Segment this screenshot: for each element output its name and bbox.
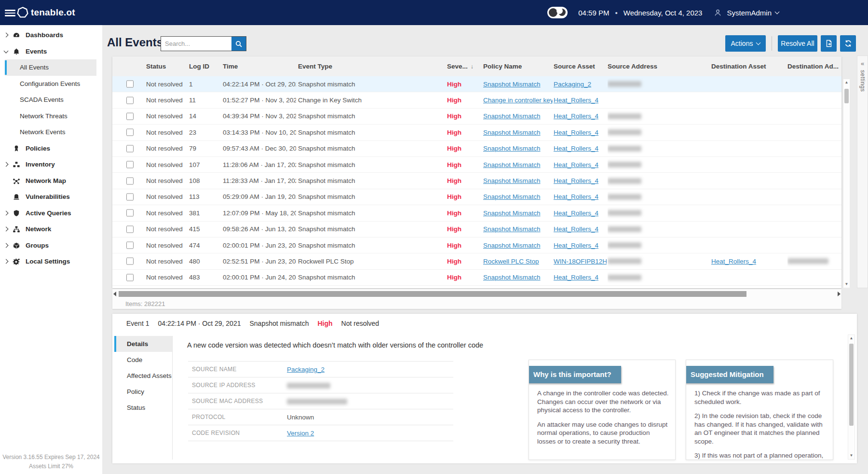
row-checkbox[interactable] [126, 274, 134, 281]
sidebar-item-events[interactable]: Events [0, 43, 102, 60]
table-row[interactable]: Not resolved2303:14:33 PM · Nov 10, 2021… [112, 125, 841, 140]
menu-icon[interactable] [5, 8, 15, 17]
sidebar-item-local-settings[interactable]: Local Settings [0, 253, 102, 270]
actions-button[interactable]: Actions [725, 35, 766, 52]
resolve-all-button[interactable]: Resolve All [778, 35, 817, 52]
table-row[interactable]: Not resolved7909:57:43 AM · Dec 30, 2021… [112, 141, 841, 157]
policy-link[interactable]: Snapshot Mismatch [483, 242, 541, 249]
user-menu[interactable]: SystemAdmin [727, 9, 779, 17]
row-checkbox[interactable] [126, 209, 134, 217]
row-checkbox[interactable] [126, 258, 134, 265]
policy-link[interactable]: Snapshot Mismatch [483, 161, 541, 168]
scroll-down-icon[interactable]: ▼ [843, 281, 850, 288]
source-asset-link[interactable]: Heat_Rollers_4 [554, 274, 598, 281]
row-checkbox[interactable] [126, 81, 134, 88]
destination-asset-link[interactable]: Heat_Rollers_4 [711, 258, 756, 265]
sidebar-item-scada-events[interactable]: SCADA Events [0, 92, 102, 108]
detail-tab-code[interactable]: Code [114, 352, 172, 368]
policy-link[interactable]: Snapshot Mismatch [483, 145, 541, 152]
row-checkbox[interactable] [126, 129, 134, 136]
scroll-up-icon[interactable]: ▲ [848, 335, 854, 342]
sidebar-item-network-events[interactable]: Network Events [0, 124, 102, 140]
sidebar-item-groups[interactable]: Groups [0, 237, 102, 254]
detail-vertical-scrollbar[interactable]: ▲ ▼ [848, 335, 855, 460]
search-input[interactable] [161, 37, 231, 51]
table-row[interactable]: Not resolved41509:58:26 AM · Jun 13, 202… [112, 222, 841, 237]
sidebar-item-all-events[interactable]: All Events [0, 59, 102, 76]
source-asset-link[interactable]: Heat_Rollers_4 [554, 193, 598, 200]
export-button[interactable] [821, 35, 837, 52]
source-asset-link[interactable]: Packaging_2 [554, 81, 591, 88]
table-row[interactable]: Not resolved11305:29:09 AM · Jan 19, 202… [112, 189, 841, 205]
scroll-right-icon[interactable] [838, 292, 841, 296]
table-row[interactable]: Not resolved47402:00:01 PM · Jun 23, 202… [112, 237, 841, 253]
source-asset-link[interactable]: Heat_Rollers_4 [554, 209, 598, 217]
table-row[interactable]: Not resolved1404:39:34 PM · Nov 3, 2021S… [112, 109, 841, 125]
source-asset-link[interactable]: Heat_Rollers_4 [554, 129, 598, 136]
column-header-time[interactable]: Time [223, 56, 296, 76]
sidebar-item-active-queries[interactable]: Active Queries [0, 205, 102, 222]
policy-link[interactable]: Change in controller key ... [483, 97, 553, 104]
sidebar-item-dashboards[interactable]: Dashboards [0, 27, 102, 43]
source-asset-link[interactable]: Heat_Rollers_4 [554, 177, 598, 184]
policy-link[interactable]: Snapshot Mismatch [483, 274, 541, 281]
policy-link[interactable]: Rockwell PLC Stop [483, 258, 539, 265]
row-checkbox[interactable] [126, 225, 134, 233]
detail-scroll-thumb[interactable] [849, 344, 854, 426]
policy-link[interactable]: Snapshot Mismatch [483, 112, 541, 120]
table-row[interactable]: Not resolved104:22:14 PM · Oct 29, 2021S… [112, 76, 841, 92]
table-horizontal-scrollbar[interactable] [112, 290, 841, 298]
source-asset-link[interactable]: Heat_Rollers_4 [554, 242, 598, 249]
source-asset-link[interactable]: Heat_Rollers_4 [554, 97, 598, 104]
table-row[interactable]: Not resolved10711:28:06 AM · Jan 17, 202… [112, 157, 841, 173]
row-checkbox[interactable] [126, 112, 134, 120]
source-asset-link[interactable]: Heat_Rollers_4 [554, 145, 598, 152]
row-checkbox[interactable] [126, 161, 134, 168]
sidebar-item-network[interactable]: Network [0, 221, 102, 237]
policy-link[interactable]: Snapshot Mismatch [483, 209, 541, 217]
sidebar-item-network-map[interactable]: Network Map [0, 173, 102, 189]
table-row[interactable]: Not resolved38112:07:09 PM · May 18, 202… [112, 205, 841, 221]
scroll-up-icon[interactable]: ▲ [843, 79, 850, 86]
policy-link[interactable]: Snapshot Mismatch [483, 193, 541, 200]
source-asset-link[interactable]: WIN-18OFIPB12H... [554, 258, 607, 265]
scroll-left-icon[interactable] [113, 292, 116, 296]
settings-panel-tab[interactable]: « settings [857, 56, 868, 288]
policy-link[interactable]: Snapshot Mismatch [483, 81, 541, 88]
table-row[interactable]: Not resolved1101:52:27 PM · Nov 3, 2021C… [112, 92, 841, 108]
column-header-source_asset[interactable]: Source Asset [554, 56, 607, 76]
source-asset-link[interactable]: Heat_Rollers_4 [554, 161, 598, 168]
policy-link[interactable]: Snapshot Mismatch [483, 225, 541, 233]
row-checkbox[interactable] [126, 145, 134, 152]
sidebar-item-network-threats[interactable]: Network Threats [0, 108, 102, 125]
scroll-down-icon[interactable]: ▼ [848, 452, 854, 459]
column-header-destination_address[interactable]: Destination Ad... [787, 56, 841, 76]
refresh-button[interactable] [840, 35, 856, 52]
detail-tab-details[interactable]: Details [114, 336, 172, 352]
table-row[interactable]: Not resolved48302:00:01 PM · Jun 24, 202… [112, 270, 841, 286]
detail-tab-status[interactable]: Status [114, 400, 172, 416]
detail-tab-policy[interactable]: Policy [114, 384, 172, 400]
row-checkbox[interactable] [126, 242, 134, 249]
column-header-destination_asset[interactable]: Destination Asset [711, 56, 786, 76]
sidebar-item-policies[interactable]: Policies [0, 140, 102, 157]
column-header-event_type[interactable]: Event Type [298, 56, 443, 76]
theme-toggle[interactable] [547, 7, 568, 18]
sidebar-item-configuration-events[interactable]: Configuration Events [0, 76, 102, 92]
table-row[interactable]: Not resolved48002:52:51 PM · Jun 23, 202… [112, 253, 841, 269]
source-asset-link[interactable]: Heat_Rollers_4 [554, 112, 598, 120]
column-header-status[interactable]: Status [146, 56, 188, 76]
sidebar-item-inventory[interactable]: Inventory [0, 156, 102, 173]
policy-link[interactable]: Snapshot Mismatch [483, 129, 541, 136]
horizontal-scroll-thumb[interactable] [119, 291, 746, 297]
column-header-policy_name[interactable]: Policy Name [483, 56, 553, 76]
column-header-severity[interactable]: Seve...↓ [447, 56, 482, 76]
detail-value-link[interactable]: Version 2 [287, 430, 314, 437]
column-header-log_id[interactable]: Log ID [189, 56, 221, 76]
table-row[interactable]: Not resolved10811:28:33 AM · Jan 17, 202… [112, 173, 841, 189]
detail-value-link[interactable]: Packaging_2 [287, 366, 325, 373]
policy-link[interactable]: Snapshot Mismatch [483, 177, 541, 184]
column-header-source_address[interactable]: Source Address [608, 56, 670, 76]
row-checkbox[interactable] [126, 177, 134, 184]
detail-tab-affected-assets[interactable]: Affected Assets [114, 368, 172, 384]
